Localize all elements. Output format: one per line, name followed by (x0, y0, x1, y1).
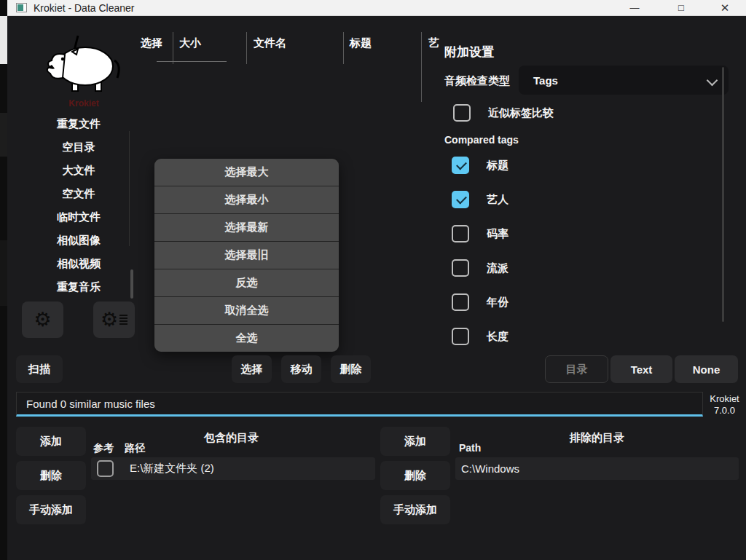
scan-button[interactable]: 扫描 (16, 355, 63, 383)
app-version-name: Krokiet (703, 393, 746, 405)
minimize-button[interactable]: — (618, 0, 651, 16)
menu-item-select-oldest[interactable]: 选择最旧 (154, 242, 339, 269)
chevron-down-icon (708, 76, 717, 84)
excluded-manual-add-button[interactable]: 手动添加 (380, 495, 450, 524)
menu-item-invert-selection[interactable]: 反选 (154, 269, 339, 296)
screen: Krokiet - Data Cleaner — □ ✕ Krokiet (0, 0, 746, 560)
column-header-select[interactable]: 选择 (141, 36, 162, 52)
settings-panel-title: 附加设置 (444, 44, 494, 60)
column-separator[interactable] (246, 32, 247, 64)
tag-option-genre[interactable]: 流派 (452, 259, 509, 277)
tag-bitrate-label: 码率 (487, 227, 509, 241)
excluded-add-button[interactable]: 添加 (380, 427, 450, 456)
reference-checkbox[interactable] (97, 460, 114, 477)
column-separator[interactable] (173, 32, 173, 64)
dir-toggle-button[interactable]: 目录 (545, 355, 608, 383)
tag-title-label: 标题 (487, 159, 509, 173)
tag-genre-checkbox[interactable] (452, 259, 469, 277)
app-version: Krokiet 7.0.0 (703, 393, 746, 417)
included-dir-row[interactable]: E:\新建文件夹 (2) (91, 457, 375, 480)
audio-check-type-label: 音频检查类型 (444, 74, 510, 88)
status-bar: Found 0 similar music files (16, 392, 703, 417)
app-icon (16, 3, 27, 12)
tag-bitrate-checkbox[interactable] (452, 225, 469, 242)
close-button[interactable]: ✕ (708, 0, 742, 16)
approx-tag-compare-option[interactable]: 近似标签比较 (453, 104, 554, 122)
included-dirs-title: 包含的目录 (204, 431, 259, 445)
tag-artist-label: 艺人 (487, 193, 509, 207)
tag-genre-label: 流派 (487, 261, 509, 275)
tag-artist-checkbox[interactable] (452, 191, 469, 208)
move-button[interactable]: 移动 (281, 355, 321, 383)
sidebar-item-similar-videos[interactable]: 相似视频 (20, 254, 137, 273)
compared-tags-label: Compared tags (444, 134, 519, 146)
select-button[interactable]: 选择 (232, 355, 272, 383)
tag-option-title[interactable]: 标题 (452, 157, 509, 174)
window-controls: — □ ✕ (618, 0, 746, 16)
text-toggle-button[interactable]: Text (610, 355, 672, 383)
gear-icon: ⚙ (34, 310, 51, 330)
approx-tag-compare-label: 近似标签比较 (488, 106, 554, 120)
tag-length-label: 长度 (487, 330, 509, 344)
excluded-col-path[interactable]: Path (459, 442, 481, 454)
column-header-filename[interactable]: 文件名 (254, 36, 286, 52)
tag-option-artist[interactable]: 艺人 (452, 191, 509, 208)
tag-option-length[interactable]: 长度 (452, 328, 509, 345)
tag-option-bitrate[interactable]: 码率 (452, 225, 509, 242)
tool-settings-button[interactable]: ⚙ (93, 301, 135, 338)
status-message: Found 0 similar music files (26, 398, 155, 410)
app-version-number: 7.0.0 (703, 405, 746, 417)
sidebar-item-empty-dirs[interactable]: 空目录 (20, 138, 137, 157)
sidebar-item-duplicate-files[interactable]: 重复文件 (20, 114, 137, 133)
menu-item-select-newest[interactable]: 选择最新 (154, 214, 339, 241)
menu-item-select-all[interactable]: 全选 (154, 325, 339, 352)
sidebar-item-similar-images[interactable]: 相似图像 (20, 231, 137, 250)
included-manual-add-button[interactable]: 手动添加 (16, 495, 86, 524)
logo-text: Krokiet (36, 98, 131, 109)
gear-list-lines-icon (119, 313, 127, 326)
menu-item-select-smallest[interactable]: 选择最小 (154, 186, 339, 213)
tag-option-year[interactable]: 年份 (452, 293, 509, 311)
included-remove-button[interactable]: 删除 (16, 461, 86, 490)
dropdown-value: Tags (533, 74, 558, 87)
included-col-reference[interactable]: 参考 (93, 442, 114, 455)
column-separator[interactable] (421, 32, 422, 102)
sidebar-item-temp-files[interactable]: 临时文件 (20, 208, 137, 226)
sidebar-scrollbar[interactable] (130, 269, 133, 299)
included-dir-path: E:\新建文件夹 (2) (130, 462, 214, 476)
column-resize-line (157, 61, 227, 62)
settings-button[interactable]: ⚙ (22, 301, 63, 338)
selection-popup-menu: 选择最大 选择最小 选择最新 选择最旧 反选 取消全选 全选 (154, 159, 339, 352)
menu-item-unselect-all[interactable]: 取消全选 (154, 297, 339, 324)
menu-item-select-biggest[interactable]: 选择最大 (154, 159, 339, 186)
delete-button[interactable]: 删除 (331, 355, 371, 383)
titlebar: Krokiet - Data Cleaner — □ ✕ (7, 0, 746, 16)
excluded-dirs-title: 排除的目录 (570, 431, 624, 445)
none-toggle-button[interactable]: None (675, 355, 738, 383)
maximize-button[interactable]: □ (664, 0, 698, 16)
sidebar-item-duplicate-music[interactable]: 重复音乐 (20, 277, 137, 296)
sidebar-item-big-files[interactable]: 大文件 (20, 161, 137, 180)
tag-year-label: 年份 (487, 296, 509, 309)
excluded-dir-path: C:\Windows (461, 462, 519, 475)
audio-check-type-dropdown[interactable]: Tags (519, 66, 729, 95)
sidebar-divider (129, 131, 130, 246)
column-header-size[interactable]: 大小 (179, 36, 201, 52)
tag-year-checkbox[interactable] (452, 293, 469, 311)
gear-list-icon: ⚙ (101, 310, 118, 330)
included-add-button[interactable]: 添加 (16, 427, 86, 456)
tag-length-checkbox[interactable] (452, 328, 469, 345)
excluded-dir-row[interactable]: C:\Windows (455, 457, 739, 480)
app-window: Krokiet 重复文件 空目录 大文件 空文件 临时文件 相似图像 相似视频 … (7, 16, 746, 560)
excluded-remove-button[interactable]: 删除 (380, 461, 450, 490)
included-col-path[interactable]: 路径 (125, 442, 145, 455)
settings-scrollbar[interactable] (722, 67, 724, 322)
logo: Krokiet (36, 34, 131, 109)
column-header-title[interactable]: 标题 (350, 36, 372, 52)
approx-tag-compare-checkbox[interactable] (453, 104, 471, 122)
column-header-artist[interactable]: 艺 (428, 36, 439, 52)
sidebar-item-empty-files[interactable]: 空文件 (20, 184, 137, 203)
cow-logo-icon (43, 34, 125, 98)
column-separator[interactable] (343, 32, 344, 64)
tag-title-checkbox[interactable] (452, 157, 469, 174)
